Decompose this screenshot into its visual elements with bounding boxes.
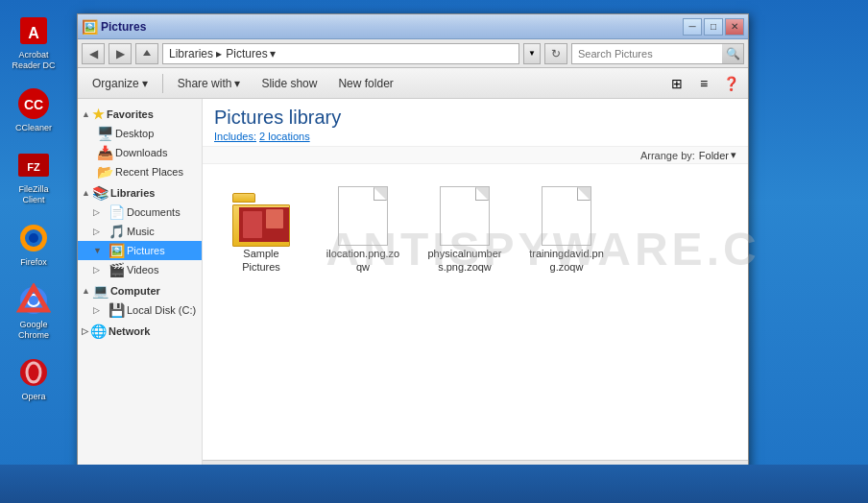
svg-text:FZ: FZ [27, 161, 40, 173]
ccleaner-icon: CC [16, 86, 51, 121]
acrobat-icon: A [16, 13, 51, 48]
search-button[interactable]: 🔍 [722, 44, 743, 63]
music-icon: 🎵 [108, 224, 125, 239]
minimize-button[interactable]: ─ [683, 18, 702, 36]
docs-expander: ▷ [93, 207, 107, 217]
network-expander: ▷ [82, 326, 88, 336]
desktop-icon-filezilla[interactable]: FZ FileZilla Client [5, 144, 62, 209]
view-grid-button[interactable]: ⊞ [665, 73, 688, 94]
new-folder-button[interactable]: New folder [329, 72, 401, 95]
desktop-icons-panel: A Acrobat Reader DC CC CCleaner FZ [0, 0, 67, 465]
address-bar: ◀ ▶ Libraries ▸ Pictures ▾ ▼ ↻ 🔍 [78, 39, 748, 68]
localdisk-icon: 💾 [108, 302, 125, 318]
sidebar-item-local-disk[interactable]: ▷ 💾 Local Disk (C:) [78, 300, 202, 320]
doc-icon-physicalnumbers [434, 185, 495, 247]
desktop-icon-ccleaner[interactable]: CC CCleaner [5, 83, 62, 137]
filezilla-label: FileZilla Client [9, 184, 59, 205]
address-input[interactable]: Libraries ▸ Pictures ▾ [162, 43, 519, 64]
sidebar-item-videos[interactable]: ▷ 🎬 Videos [78, 260, 202, 279]
desktop-icon-firefox[interactable]: Firefox [5, 217, 62, 272]
svg-point-11 [29, 296, 38, 305]
file-item-sample-pictures[interactable]: Sample Pictures [218, 180, 304, 280]
up-button[interactable] [135, 43, 158, 64]
recent-label: Recent Places [115, 166, 198, 178]
svg-point-8 [29, 233, 38, 243]
sidebar-favorites-header[interactable]: ▲ ★ Favorites [78, 103, 202, 124]
library-includes: Includes: 2 locations [214, 131, 736, 142]
breadcrumb-text: Libraries ▸ [169, 47, 222, 60]
folder-preview [239, 207, 289, 242]
sidebar-item-desktop[interactable]: 🖥️ Desktop [78, 124, 202, 143]
desktop-icon-acrobat[interactable]: A Acrobat Reader DC [5, 10, 62, 75]
videos-expander: ▷ [93, 265, 107, 275]
recent-icon: 📂 [97, 164, 113, 180]
docs-label: Documents [127, 206, 198, 218]
localdisk-label: Local Disk (C:) [127, 304, 198, 316]
file-name-physicalnumbers: physicalnumbers.png.zoqw [427, 247, 502, 275]
maximize-button[interactable]: □ [704, 18, 723, 36]
desktop-icon-chrome[interactable]: Google Chrome [5, 279, 62, 345]
folder-body [232, 204, 290, 247]
sidebar-item-pictures[interactable]: ▼ 🖼️ Pictures [78, 241, 202, 260]
opera-label: Opera [21, 392, 45, 402]
arrange-bar: Arrange by: Folder ▾ [203, 147, 748, 164]
close-button[interactable]: ✕ [725, 18, 744, 36]
desktop-label: Desktop [115, 128, 198, 139]
sidebar-item-documents[interactable]: ▷ 📄 Documents [78, 203, 202, 222]
sidebar-libraries-header[interactable]: ▲ 📚 Libraries [78, 181, 202, 203]
svg-rect-16 [266, 209, 283, 228]
organize-label: Organize [92, 77, 139, 90]
address-dropdown-button[interactable]: ▼ [523, 43, 541, 64]
share-button[interactable]: Share with ▾ [169, 72, 250, 95]
folder-icon-sample [230, 185, 292, 247]
back-button[interactable]: ◀ [82, 43, 105, 64]
firefox-label: Firefox [20, 257, 47, 268]
sidebar-item-music[interactable]: ▷ 🎵 Music [78, 222, 202, 241]
svg-rect-15 [243, 211, 262, 238]
file-name-sample-pictures: Sample Pictures [224, 247, 299, 275]
includes-count[interactable]: 2 locations [259, 131, 310, 142]
search-input[interactable] [572, 44, 722, 63]
window-title: Pictures [101, 20, 683, 34]
arrange-arrow: ▾ [731, 149, 736, 161]
share-arrow: ▾ [234, 77, 240, 90]
main-area: ▲ ★ Favorites 🖥️ Desktop 📥 Downloads 📂 [78, 99, 748, 483]
favorites-label: Favorites [107, 108, 154, 120]
sidebar-item-recent-places[interactable]: 📂 Recent Places [78, 162, 202, 181]
music-label: Music [127, 226, 198, 237]
arrange-dropdown[interactable]: Folder ▾ [699, 149, 736, 161]
libraries-icon: 📚 [92, 185, 108, 201]
file-item-ilocation[interactable]: ilocation.png.zoqw [320, 180, 406, 280]
chrome-icon [16, 283, 51, 318]
taskbar [0, 465, 868, 503]
computer-icon: 💻 [92, 283, 108, 299]
title-bar-buttons: ─ □ ✕ [683, 18, 744, 36]
files-grid: Sample Pictures ilocation.png.zoqw [203, 164, 748, 460]
view-list-button[interactable]: ≡ [692, 73, 715, 94]
file-item-trainingdavid[interactable]: trainingdavid.png.zoqw [523, 180, 610, 280]
sidebar-computer-header[interactable]: ▲ 💻 Computer [78, 279, 202, 300]
window-icon: 🖼️ [82, 19, 97, 35]
pictures-label: Pictures [127, 245, 198, 256]
file-name-trainingdavid: trainingdavid.png.zoqw [529, 247, 604, 275]
file-item-physicalnumbers[interactable]: physicalnumbers.png.zoqw [422, 180, 508, 280]
computer-expander: ▲ [82, 286, 90, 296]
help-button[interactable]: ❓ [719, 73, 742, 94]
desktop-icon-opera[interactable]: Opera [5, 351, 62, 406]
sidebar-network-header[interactable]: ▷ 🌐 Network [78, 320, 202, 341]
videos-icon: 🎬 [108, 262, 125, 277]
slideshow-button[interactable]: Slide show [253, 72, 326, 95]
doc-icon-trainingdavid [536, 185, 597, 247]
organize-button[interactable]: Organize ▾ [84, 72, 157, 95]
music-expander: ▷ [93, 227, 107, 236]
search-box[interactable]: 🔍 [571, 43, 744, 64]
new-folder-label: New folder [338, 77, 393, 90]
sidebar-item-downloads[interactable]: 📥 Downloads [78, 143, 202, 162]
favorites-expander: ▲ [82, 109, 90, 119]
explorer-window: 🖼️ Pictures ─ □ ✕ ◀ ▶ Libraries ▸ Pi [77, 13, 749, 484]
localdisk-expander: ▷ [93, 305, 107, 315]
forward-button[interactable]: ▶ [108, 43, 132, 64]
toolbar-right: ⊞ ≡ ❓ [665, 73, 742, 94]
toolbar: Organize ▾ Share with ▾ Slide show New f… [78, 68, 748, 99]
refresh-button[interactable]: ↻ [544, 43, 567, 64]
